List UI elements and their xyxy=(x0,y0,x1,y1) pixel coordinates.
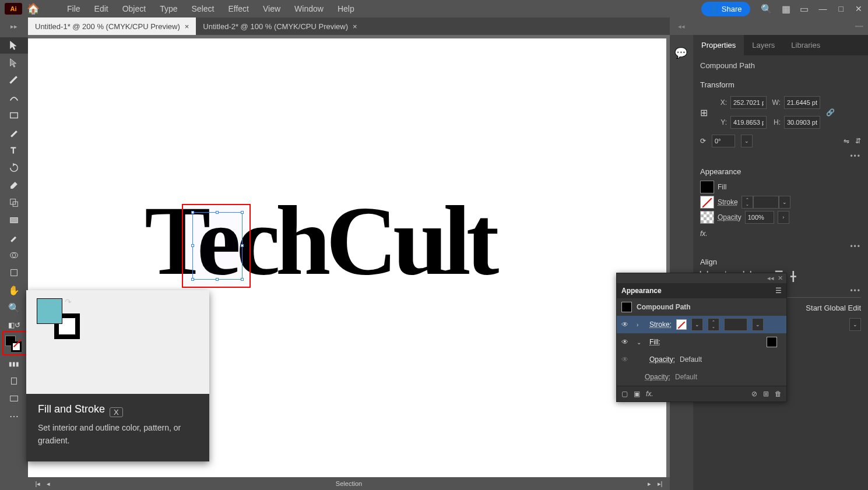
opacity-row2-label[interactable]: Opacity: xyxy=(645,373,670,381)
panel-drag-handle[interactable]: ┅┅ xyxy=(693,17,868,35)
tab-libraries[interactable]: Libraries xyxy=(783,35,828,55)
flip-vertical-icon[interactable]: ⇵ xyxy=(855,137,861,145)
menu-edit[interactable]: Edit xyxy=(87,2,115,16)
tab-2-close-icon[interactable]: × xyxy=(353,22,357,31)
stroke-expand-icon[interactable]: › xyxy=(637,322,645,328)
zoom-tool[interactable]: 🔍 xyxy=(0,299,28,316)
tab-1-close-icon[interactable]: × xyxy=(185,22,189,31)
flip-horizontal-icon[interactable]: ⇋ xyxy=(844,137,849,145)
menu-object[interactable]: Object xyxy=(115,2,153,16)
draw-mode-icon[interactable] xyxy=(0,373,28,389)
minimize-button[interactable]: — xyxy=(813,2,833,16)
scroll-right-icon[interactable]: ▸ xyxy=(644,480,655,488)
fill-row-swatch[interactable] xyxy=(767,337,777,347)
new-fill-icon[interactable]: ▣ xyxy=(634,390,640,398)
menu-window[interactable]: Window xyxy=(287,2,331,16)
constrain-proportions-icon[interactable]: 🔗 xyxy=(826,108,835,117)
scale-tool[interactable] xyxy=(0,195,28,211)
scroll-left-icon[interactable]: ◂ xyxy=(43,480,54,488)
tab-layers[interactable]: Layers xyxy=(744,35,783,55)
menu-effect[interactable]: Effect xyxy=(221,2,256,16)
type-tool[interactable]: T xyxy=(0,142,28,158)
menu-type[interactable]: Type xyxy=(153,2,184,16)
workspace-switcher-icon[interactable]: ▭ xyxy=(795,1,813,17)
rotate-tool[interactable] xyxy=(0,160,28,176)
menu-help[interactable]: Help xyxy=(331,2,361,16)
arrange-dropdown[interactable]: ⌄ xyxy=(849,318,861,331)
stroke-swatch[interactable] xyxy=(700,196,714,209)
direct-selection-tool[interactable] xyxy=(0,55,28,71)
opacity-swatch[interactable] xyxy=(700,211,714,224)
y-input[interactable] xyxy=(730,116,767,129)
rotate-dropdown[interactable]: ⌄ xyxy=(741,135,753,147)
gradient-tool[interactable] xyxy=(0,212,28,228)
opacity-flyout-icon[interactable]: › xyxy=(778,211,789,224)
artboard-tool[interactable] xyxy=(0,265,28,281)
duplicate-item-icon[interactable]: ⊞ xyxy=(763,390,769,398)
stroke-row-weight-stepper[interactable]: ⌃⌄ xyxy=(708,318,719,331)
scroll-right-end-icon[interactable]: ▸| xyxy=(655,480,665,488)
fill-row-label[interactable]: Fill: xyxy=(649,338,660,346)
toolbar-handle-icon[interactable]: ▸▸ xyxy=(0,17,28,35)
eyedropper-tool[interactable] xyxy=(0,230,28,246)
close-button[interactable]: ✕ xyxy=(849,2,868,16)
panel-collapse-icon[interactable]: ◂◂ xyxy=(767,274,774,281)
stroke-row-label[interactable]: Stroke: xyxy=(649,320,672,329)
opacity-visibility-icon[interactable]: 👁 xyxy=(621,355,632,364)
menu-view[interactable]: View xyxy=(256,2,287,16)
stroke-visibility-icon[interactable]: 👁 xyxy=(621,320,632,329)
reference-point-icon[interactable]: ⊞ xyxy=(700,107,713,118)
stroke-weight-input[interactable] xyxy=(753,196,779,209)
menu-file[interactable]: File xyxy=(60,2,87,16)
opacity-input[interactable] xyxy=(745,211,774,224)
stroke-row-swatch[interactable] xyxy=(676,319,687,330)
selection-tool[interactable] xyxy=(0,37,28,54)
hand-tool[interactable]: ✋ xyxy=(0,282,28,298)
scroll-left-end-icon[interactable]: |◂ xyxy=(33,480,43,488)
curvature-tool[interactable] xyxy=(0,90,28,106)
fill-visibility-icon[interactable]: 👁 xyxy=(621,338,632,346)
rotate-input[interactable] xyxy=(712,135,735,147)
arrange-docs-icon[interactable]: ▦ xyxy=(777,1,795,17)
maximize-button[interactable]: □ xyxy=(833,2,849,16)
stroke-weight-dropdown[interactable]: ⌄ xyxy=(779,196,790,209)
search-icon[interactable]: 🔍 xyxy=(756,1,777,17)
clear-appearance-icon[interactable]: ⊘ xyxy=(751,390,757,398)
h-input[interactable] xyxy=(784,116,820,129)
appearance-more-icon[interactable]: ••• xyxy=(700,240,861,253)
start-global-edit-button[interactable]: Start Global Edit xyxy=(806,304,861,312)
new-stroke-icon[interactable]: ▢ xyxy=(621,390,628,398)
rectangle-tool[interactable] xyxy=(0,107,28,124)
w-input[interactable] xyxy=(784,96,820,109)
tab-properties[interactable]: Properties xyxy=(693,35,744,55)
transform-more-icon[interactable]: ••• xyxy=(700,150,861,163)
x-input[interactable] xyxy=(730,96,767,109)
screen-mode-icon[interactable] xyxy=(0,390,28,407)
stroke-weight-stepper[interactable]: ⌃⌄ xyxy=(742,196,753,209)
share-button[interactable]: 👤 Share xyxy=(701,2,750,16)
document-tab-2[interactable]: Untitled-2* @ 100 % (CMYK/CPU Preview) × xyxy=(196,17,364,35)
document-tab-1[interactable]: Untitled-1* @ 200 % (CMYK/CPU Preview) × xyxy=(28,17,196,35)
panel-menu-icon[interactable]: ☰ xyxy=(775,287,782,295)
paintbrush-tool[interactable] xyxy=(0,125,28,141)
panel-close-icon[interactable]: ✕ xyxy=(778,274,783,281)
stroke-row-swatch-dropdown[interactable]: ⌄ xyxy=(691,318,703,331)
opacity-row-label[interactable]: Opacity: xyxy=(649,355,675,364)
menu-select[interactable]: Select xyxy=(185,2,222,16)
fx-icon[interactable]: fx. xyxy=(700,230,708,238)
fill-swatch[interactable] xyxy=(700,181,714,193)
color-mode-row[interactable]: ▮▮▮ xyxy=(0,355,28,372)
edit-toolbar-icon[interactable]: ⋯ xyxy=(0,408,28,424)
align-vcenter-icon[interactable]: ╋ xyxy=(790,271,796,282)
eraser-tool[interactable] xyxy=(0,177,28,193)
comments-panel-icon[interactable]: 💬 xyxy=(674,47,688,61)
dock-collapse-icon[interactable]: ◂◂ xyxy=(670,17,693,35)
add-effect-icon[interactable]: fx. xyxy=(646,390,653,398)
stroke-row-weight-dropdown[interactable]: ⌄ xyxy=(752,318,764,331)
pen-tool[interactable] xyxy=(0,72,28,89)
home-icon[interactable]: 🏠 xyxy=(27,2,40,15)
fill-expand-icon[interactable]: ⌄ xyxy=(637,339,645,346)
delete-item-icon[interactable]: 🗑 xyxy=(775,390,782,398)
stroke-row-weight-input[interactable] xyxy=(724,318,747,331)
shape-builder-tool[interactable] xyxy=(0,247,28,263)
